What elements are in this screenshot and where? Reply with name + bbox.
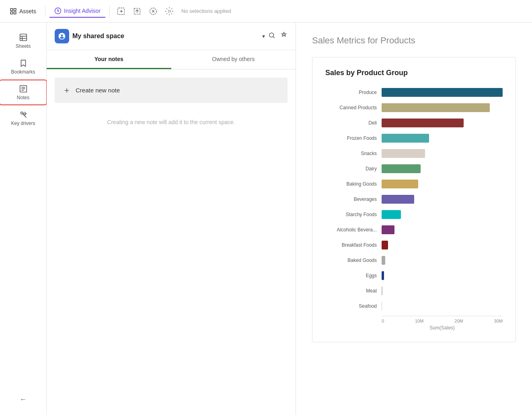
key-drivers-label: Key drivers bbox=[11, 121, 35, 126]
bar-track bbox=[382, 302, 503, 311]
bar-fill bbox=[382, 210, 401, 219]
svg-rect-0 bbox=[10, 8, 12, 10]
bar-fill bbox=[382, 149, 425, 158]
bar-track bbox=[382, 103, 503, 112]
svg-point-8 bbox=[168, 10, 170, 12]
bar-label: Starchy Foods bbox=[325, 212, 382, 217]
assets-icon bbox=[10, 8, 17, 15]
bar-label: Meat bbox=[325, 288, 382, 294]
chart-panel: Sales Metrics for Products Sales by Prod… bbox=[296, 22, 532, 415]
plus-icon: ＋ bbox=[63, 85, 71, 96]
create-note-label: Create new note bbox=[76, 87, 120, 94]
bar-label: Produce bbox=[325, 90, 382, 95]
bar-row: Dairy bbox=[325, 163, 503, 174]
bar-row: Baked Goods bbox=[325, 255, 503, 266]
chart-sum-label: Sum(Sales) bbox=[382, 325, 503, 331]
create-new-note-button[interactable]: ＋ Create new note bbox=[55, 78, 288, 103]
divider2 bbox=[109, 6, 110, 17]
insight-advisor-button[interactable]: Insight Advisor bbox=[49, 5, 105, 18]
page-title: Sales Metrics for Products bbox=[312, 35, 516, 46]
bar-label: Seafood bbox=[325, 303, 382, 309]
bar-row: Eggs bbox=[325, 270, 503, 281]
bar-track bbox=[382, 180, 503, 188]
no-selections-label: No selections applied bbox=[181, 8, 231, 14]
bar-track bbox=[382, 271, 503, 280]
notes-label: Notes bbox=[17, 95, 29, 100]
space-name-label: My shared space bbox=[72, 33, 257, 40]
bar-fill bbox=[382, 180, 418, 188]
sidebar-item-notes[interactable]: Notes bbox=[0, 80, 46, 104]
assets-button[interactable]: Assets bbox=[5, 5, 41, 17]
sidebar-bottom: ← bbox=[0, 390, 46, 409]
bar-label: Beverages bbox=[325, 196, 382, 202]
selection-back-button[interactable] bbox=[114, 4, 128, 18]
bar-row: Seafood bbox=[325, 301, 503, 312]
svg-rect-2 bbox=[10, 12, 12, 14]
bookmarks-label: Bookmarks bbox=[11, 69, 35, 75]
main-layout: Sheets Bookmarks Notes Key drivers ← My … bbox=[0, 22, 532, 415]
owned-by-others-tab[interactable]: Owned by others bbox=[171, 50, 296, 69]
svg-rect-3 bbox=[14, 12, 16, 14]
sheets-icon bbox=[19, 33, 28, 42]
insight-advisor-icon bbox=[54, 7, 62, 14]
bar-track bbox=[382, 241, 503, 249]
key-drivers-icon bbox=[19, 110, 28, 119]
notes-panel-header: My shared space ▾ bbox=[47, 22, 296, 50]
bar-label: Baking Goods bbox=[325, 181, 382, 187]
notes-icon bbox=[19, 84, 28, 93]
svg-point-18 bbox=[269, 33, 274, 37]
bar-row: Baking Goods bbox=[325, 178, 503, 190]
bar-track bbox=[382, 119, 503, 127]
bar-fill bbox=[382, 134, 429, 143]
bar-label: Snacks bbox=[325, 151, 382, 156]
bar-fill bbox=[382, 103, 490, 112]
bar-track bbox=[382, 286, 503, 295]
collapse-sidebar-button[interactable]: ← bbox=[20, 395, 27, 404]
bar-row: Produce bbox=[325, 87, 503, 98]
pin-button[interactable] bbox=[280, 32, 288, 41]
svg-rect-9 bbox=[20, 34, 27, 41]
bar-track bbox=[382, 164, 503, 173]
bar-label: Eggs bbox=[325, 273, 382, 278]
bar-fill bbox=[382, 241, 388, 249]
notes-hint: Creating a new note will add it to the c… bbox=[55, 111, 288, 133]
bar-row: Meat bbox=[325, 285, 503, 296]
bar-row: Beverages bbox=[325, 194, 503, 205]
settings-button[interactable] bbox=[162, 4, 177, 18]
clear-selection-button[interactable] bbox=[146, 4, 160, 18]
x-axis-tick: 0 bbox=[382, 319, 384, 323]
bar-label: Breakfast Foods bbox=[325, 242, 382, 248]
bar-label: Canned Products bbox=[325, 105, 382, 110]
bar-track bbox=[382, 225, 503, 234]
bar-label: Deli bbox=[325, 120, 382, 126]
sidebar-item-sheets[interactable]: Sheets bbox=[0, 29, 46, 53]
bar-fill bbox=[382, 256, 385, 265]
divider bbox=[45, 6, 45, 17]
bar-fill bbox=[382, 286, 382, 295]
bar-track bbox=[382, 210, 503, 219]
bar-label: Frozen Foods bbox=[325, 135, 382, 141]
your-notes-tab[interactable]: Your notes bbox=[47, 50, 171, 69]
chart-title: Sales by Product Group bbox=[325, 69, 503, 77]
bar-chart: ProduceCanned ProductsDeliFrozen FoodsSn… bbox=[325, 87, 503, 312]
sidebar-item-key-drivers[interactable]: Key drivers bbox=[0, 106, 46, 130]
sheets-label: Sheets bbox=[16, 43, 31, 49]
bar-row: Frozen Foods bbox=[325, 133, 503, 144]
bar-fill bbox=[382, 119, 464, 127]
bar-track bbox=[382, 195, 503, 204]
topbar: Assets Insight Advisor No selections app… bbox=[0, 0, 532, 22]
bar-row: Canned Products bbox=[325, 102, 503, 113]
assets-label: Assets bbox=[19, 8, 36, 14]
space-chevron-icon[interactable]: ▾ bbox=[262, 33, 265, 39]
bar-fill bbox=[382, 271, 384, 280]
search-notes-button[interactable] bbox=[268, 32, 275, 41]
svg-point-5 bbox=[58, 10, 59, 11]
selection-forward-button[interactable] bbox=[130, 4, 144, 18]
bar-track bbox=[382, 134, 503, 143]
bar-row: Breakfast Foods bbox=[325, 239, 503, 251]
bar-row: Alcoholic Bevera... bbox=[325, 224, 503, 235]
bar-track bbox=[382, 256, 503, 265]
bar-label: Baked Goods bbox=[325, 258, 382, 263]
sidebar-item-bookmarks[interactable]: Bookmarks bbox=[0, 55, 46, 79]
notes-tabs: Your notes Owned by others bbox=[47, 50, 296, 70]
